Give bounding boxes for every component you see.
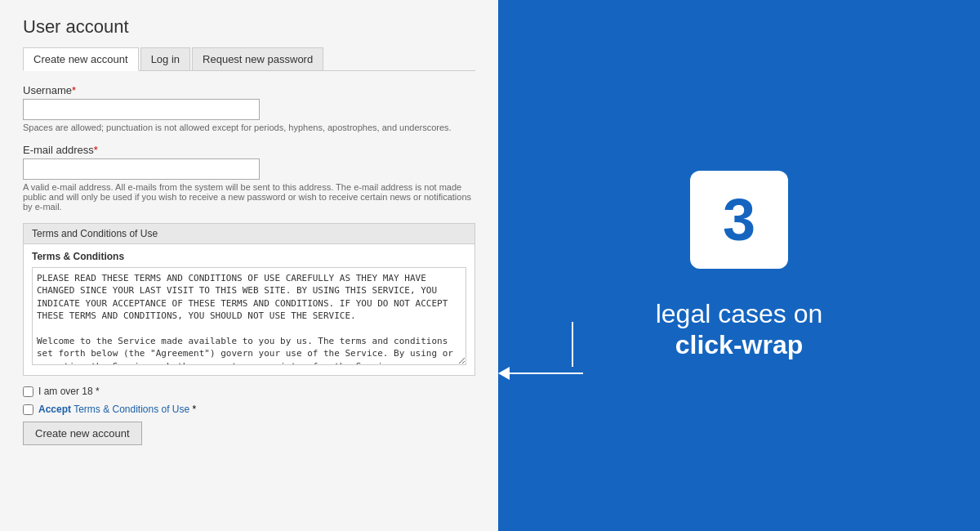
tab-request-password[interactable]: Request new password: [192, 47, 323, 70]
arrow-line: [510, 373, 583, 374]
right-line2: click-wrap: [656, 329, 823, 360]
username-input[interactable]: [23, 99, 260, 120]
terms-container: Terms and Conditions of Use Terms & Cond…: [23, 223, 475, 376]
left-panel: User account Create new account Log in R…: [0, 0, 498, 531]
terms-title: Terms & Conditions: [32, 251, 466, 262]
accept-label: Accept Terms & Conditions of Use *: [38, 404, 196, 415]
right-text: legal cases on click-wrap: [656, 298, 823, 361]
number-badge: 3: [690, 171, 788, 269]
terms-inner: Terms & Conditions: [24, 244, 474, 375]
email-label: E-mail address*: [23, 144, 475, 156]
username-label: Username*: [23, 84, 475, 96]
right-panel: 3 legal cases on click-wrap: [498, 0, 980, 531]
tab-login[interactable]: Log in: [140, 47, 190, 70]
arrow-vertical: [572, 322, 573, 367]
page-title: User account: [23, 16, 475, 38]
arrow-shape: [498, 322, 583, 380]
accept-checkbox-row: Accept Terms & Conditions of Use *: [23, 404, 475, 415]
username-field-group: Username* Spaces are allowed; punctuatio…: [23, 84, 475, 132]
arrow-horizontal: [498, 367, 583, 380]
tab-bar: Create new account Log in Request new pa…: [23, 47, 475, 71]
age-checkbox[interactable]: [23, 386, 33, 397]
accept-checkbox[interactable]: [23, 404, 33, 415]
email-hint: A valid e-mail address. All e-mails from…: [23, 182, 475, 212]
create-account-button[interactable]: Create new account: [23, 422, 142, 445]
arrow-indicator: [498, 322, 583, 380]
right-line1: legal cases on: [656, 298, 823, 329]
number-badge-value: 3: [723, 186, 755, 253]
email-input[interactable]: [23, 158, 260, 180]
arrow-head: [498, 367, 510, 380]
email-field-group: E-mail address* A valid e-mail address. …: [23, 144, 475, 212]
age-checkbox-row: I am over 18 *: [23, 386, 475, 397]
tab-create-account[interactable]: Create new account: [23, 47, 139, 71]
terms-textarea[interactable]: [32, 267, 466, 365]
username-hint: Spaces are allowed; punctuation is not a…: [23, 123, 475, 132]
terms-header: Terms and Conditions of Use: [24, 224, 474, 244]
age-label: I am over 18 *: [38, 386, 100, 397]
